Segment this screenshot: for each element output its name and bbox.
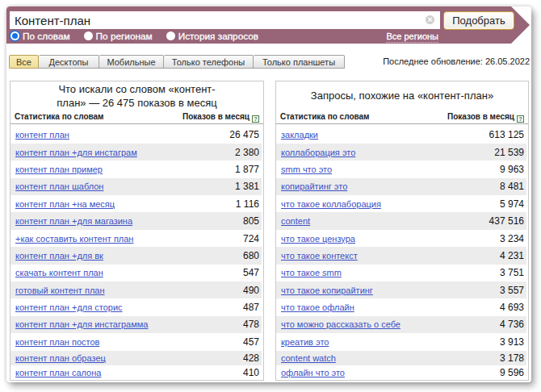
phrase-link[interactable]: что такое контекст	[281, 251, 358, 261]
mode-option-label: По регионам	[96, 31, 153, 42]
phrase-link[interactable]: готовый контент план	[15, 286, 105, 295]
phrase-link[interactable]: коллаборация это	[281, 148, 355, 157]
table-row: креатив это 3 913	[276, 333, 526, 350]
row-count: 4 736	[500, 319, 524, 330]
table-row: что можно рассказать о себе 4 736	[276, 316, 526, 333]
table-row: копирайтинг это 8 481	[276, 178, 526, 195]
phrase-link[interactable]: креатив это	[281, 337, 329, 347]
phrase-link[interactable]: +как составить контент план	[15, 234, 133, 244]
radio-icon[interactable]	[10, 31, 19, 40]
mode-option-label: По словам	[23, 31, 70, 42]
row-count: 547	[243, 267, 259, 278]
row-count: 490	[243, 285, 259, 296]
table-row: контент план пример 1 877	[10, 161, 262, 177]
row-count: 3 234	[500, 233, 524, 244]
row-count: 428	[243, 352, 259, 364]
phrase-link[interactable]: контент план +для инстаграмма	[15, 319, 148, 329]
table-row: контент план салона 410	[10, 365, 262, 380]
column-header-count: Показов в месяц	[447, 112, 514, 121]
submit-button[interactable]: Подобрать	[443, 11, 514, 30]
radio-icon[interactable]	[166, 31, 175, 40]
row-count: 805	[243, 215, 259, 227]
clear-search-icon[interactable]	[426, 15, 434, 24]
wordstat-page: Подобрать По словам По регионам История …	[6, 6, 531, 382]
row-count: 613 125	[489, 129, 524, 140]
table-row: контент план +для магазина 805	[10, 212, 262, 229]
table-row: +как составить контент план 724	[10, 230, 262, 247]
phrase-link[interactable]: что такое цензура	[281, 234, 355, 244]
row-count: 3 913	[500, 336, 524, 348]
row-count: 1 381	[235, 181, 259, 192]
row-count: 3 751	[500, 267, 524, 278]
phrase-link[interactable]: контент план	[15, 130, 69, 140]
phrase-link[interactable]: скачать контент план	[15, 268, 103, 277]
table-row: content watch 3 178	[276, 351, 526, 365]
device-tab[interactable]: Только телефоны	[164, 55, 254, 69]
table-row: что такое коллаборация 5 974	[276, 195, 526, 212]
device-tabs: ВсеДесктопыМобильныеТолько телефоныТольк…	[9, 55, 345, 69]
phrase-link[interactable]: закладки	[281, 130, 318, 140]
table-row: контент план +для сторис 487	[10, 298, 262, 315]
phrase-link[interactable]: контент план +для инстаграм	[15, 148, 137, 157]
row-count: 1 116	[236, 198, 259, 210]
phrase-link[interactable]: контент план постов	[15, 337, 99, 347]
row-count: 437 516	[489, 215, 524, 227]
table-row: закладки 613 125	[276, 127, 526, 144]
row-count: 487	[243, 302, 259, 313]
search-header-band: Подобрать По словам По регионам История …	[6, 6, 530, 44]
phrase-link[interactable]: контент план +для магазина	[15, 216, 132, 226]
phrase-link[interactable]: контент план +на месяц	[15, 199, 115, 209]
device-tab[interactable]: Десктопы	[39, 55, 99, 69]
phrase-link[interactable]: контент план +для сторис	[15, 302, 123, 312]
phrase-link[interactable]: что такое smm	[281, 268, 342, 277]
table-row: content 437 516	[276, 212, 526, 229]
radio-icon[interactable]	[84, 31, 93, 40]
table-row: что такое офлайн 4 693	[276, 298, 526, 315]
phrase-link[interactable]: офлайн что это	[281, 368, 345, 377]
column-header-word: Статистика по словам	[280, 112, 369, 121]
mode-option[interactable]: По регионам	[84, 31, 153, 42]
search-input[interactable]	[10, 11, 440, 29]
phrase-link[interactable]: content	[281, 216, 310, 226]
device-tab[interactable]: Мобильные	[99, 55, 164, 69]
phrase-link[interactable]: копирайтинг это	[281, 181, 347, 191]
row-count: 26 475	[229, 129, 259, 140]
phrase-link[interactable]: что такое коллаборация	[281, 199, 381, 209]
row-count: 724	[243, 233, 259, 244]
column-header-word: Статистика по словам	[15, 112, 103, 121]
table-row: контент план образец 428	[10, 351, 262, 365]
row-count: 1 877	[235, 164, 259, 175]
phrase-link[interactable]: smm что это	[281, 165, 332, 174]
all-regions-link[interactable]: Все регионы	[386, 31, 438, 43]
table-row: контент план +для вк 680	[10, 247, 262, 264]
phrase-link[interactable]: контент план +для вк	[15, 251, 103, 261]
phrase-link[interactable]: контент план образец	[15, 353, 106, 363]
table-row: готовый контент план 490	[10, 281, 262, 298]
device-tab[interactable]: Все	[9, 55, 39, 69]
phrase-link[interactable]: content watch	[281, 353, 336, 363]
row-count: 3 557	[500, 285, 524, 296]
row-count: 9 963	[500, 164, 524, 175]
row-count: 680	[243, 250, 259, 261]
phrase-link[interactable]: что такое офлайн	[281, 302, 354, 312]
column-header-count: Показов в месяц	[182, 112, 250, 121]
mode-option[interactable]: История запросов	[166, 31, 258, 42]
help-icon[interactable]: ?	[252, 115, 259, 123]
phrase-link[interactable]: контент план салона	[15, 368, 101, 377]
device-tab[interactable]: Только планшеты	[254, 55, 345, 69]
phrase-link[interactable]: что такое копирайтинг	[281, 286, 373, 295]
phrase-link[interactable]: контент план шаблон	[15, 181, 103, 191]
last-update-label: Последнее обновление: 26.05.2022	[383, 57, 530, 66]
row-count: 21 539	[494, 147, 524, 158]
keyword-table: закладки 613 125 коллаборация это 21 539…	[276, 127, 526, 380]
mode-option[interactable]: По словам	[10, 31, 70, 42]
row-count: 8 481	[500, 181, 524, 192]
table-row: скачать контент план 547	[10, 265, 262, 281]
phrase-link[interactable]: что можно рассказать о себе	[281, 319, 401, 329]
help-icon[interactable]: ?	[517, 115, 524, 123]
phrase-link[interactable]: контент план пример	[15, 165, 103, 174]
table-row: офлайн что это 9 596	[276, 365, 526, 380]
table-row: что такое копирайтинг 3 557	[276, 281, 526, 298]
column-header-row: Статистика по словам Показов в месяц ?	[276, 111, 528, 124]
keyword-table: контент план 26 475 контент план +для ин…	[10, 127, 262, 380]
